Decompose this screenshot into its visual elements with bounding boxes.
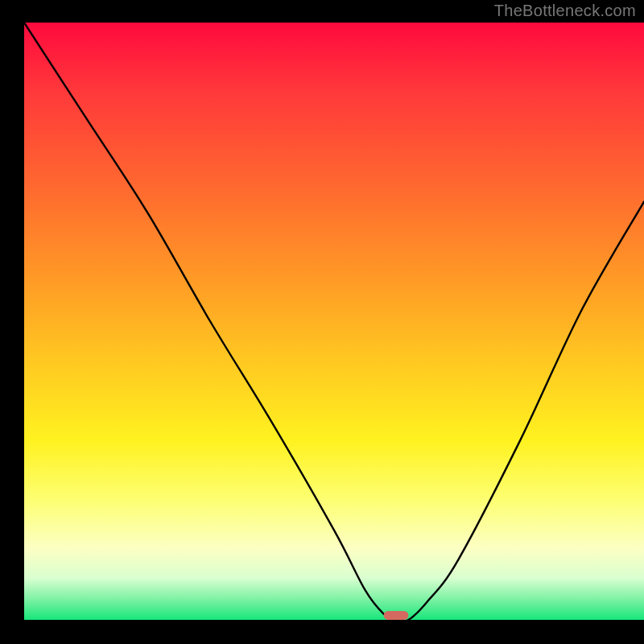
chart-frame: TheBottleneck.com	[0, 0, 644, 644]
watermark-text: TheBottleneck.com	[494, 2, 636, 20]
chart-svg	[24, 23, 644, 620]
plot-area	[24, 23, 644, 620]
optimal-marker	[384, 611, 409, 620]
bottleneck-curve	[24, 23, 644, 620]
